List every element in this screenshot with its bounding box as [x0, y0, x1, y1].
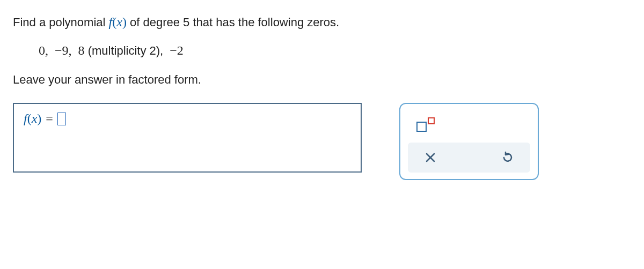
answer-x: x	[32, 111, 38, 125]
zeros-list: 0, −9, 8 (multiplicity 2), −2	[39, 43, 631, 58]
problem-prompt: Find a polynomial f(x) of degree 5 that …	[13, 15, 631, 29]
zero-4: −2	[170, 43, 184, 57]
undo-icon	[501, 151, 515, 165]
tool-panel	[399, 103, 539, 180]
answer-open-paren: (	[27, 111, 32, 125]
clear-button[interactable]	[420, 147, 441, 168]
answer-box[interactable]: f(x) =	[13, 103, 362, 173]
answer-input[interactable]	[57, 113, 66, 125]
reset-button[interactable]	[497, 147, 518, 168]
exponent-button[interactable]	[413, 114, 438, 135]
zero-3-value: 8	[78, 43, 85, 57]
answer-f: f	[24, 111, 27, 125]
zero-1: 0,	[39, 43, 48, 57]
prompt-suffix: of degree 5 that has the following zeros…	[130, 16, 339, 29]
fx-expression: f(x)	[109, 15, 127, 29]
answer-lhs: f(x)	[24, 111, 41, 126]
answer-close-paren: )	[37, 111, 41, 125]
fx-close-paren: )	[122, 15, 127, 29]
instruction-text: Leave your answer in factored form.	[13, 73, 631, 87]
prompt-prefix: Find a polynomial	[13, 16, 109, 29]
exponent-superscript-icon	[428, 117, 435, 124]
fx-x: x	[116, 15, 122, 29]
zero-3-multiplicity: (multiplicity 2),	[85, 44, 164, 57]
close-icon	[425, 152, 436, 163]
exponent-base-icon	[416, 122, 427, 132]
zero-2: −9,	[55, 43, 72, 57]
equals-sign: =	[46, 111, 53, 126]
